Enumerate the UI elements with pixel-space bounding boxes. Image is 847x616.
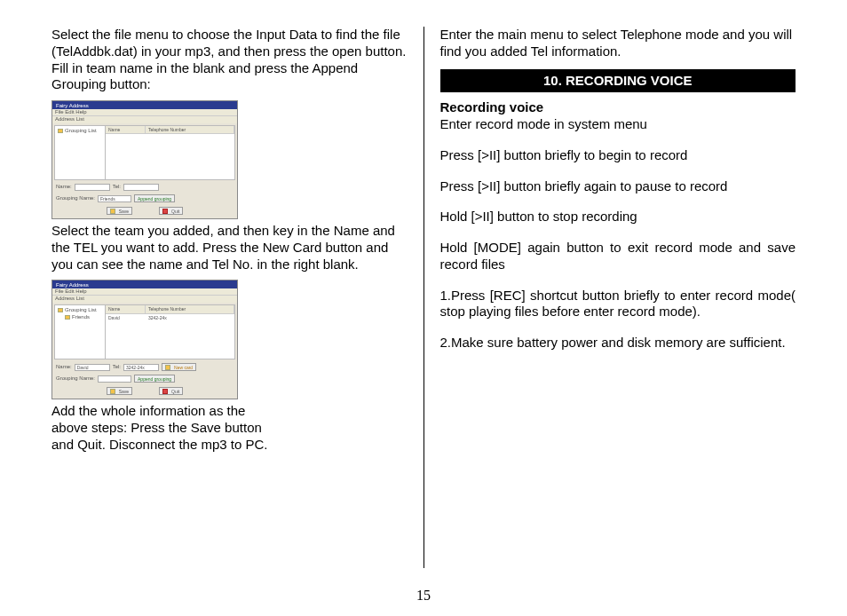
save-button[interactable]: Save bbox=[107, 207, 132, 215]
list-row: David 3242-24x bbox=[106, 314, 234, 321]
screenshot-append-grouping: Fairy Address File Edit Help Address Lis… bbox=[51, 100, 238, 219]
folder-icon bbox=[58, 129, 63, 133]
append-label: Append grouping bbox=[138, 195, 171, 202]
append-grouping-button[interactable]: Append grouping bbox=[134, 194, 175, 202]
tree-item-friends: Friends bbox=[72, 314, 90, 320]
window-footer: Save Quit bbox=[52, 204, 237, 218]
subsection-title: Recording voice bbox=[440, 99, 796, 116]
right-para-3: Press [>II] button briefly to begin to r… bbox=[440, 147, 796, 164]
newcard-icon bbox=[165, 365, 170, 370]
save-label: Save bbox=[119, 388, 129, 395]
new-card-button[interactable]: New card bbox=[162, 363, 196, 371]
save-icon bbox=[110, 389, 115, 394]
row-name: David bbox=[106, 314, 146, 321]
window-menubar: File Edit Help bbox=[52, 288, 237, 296]
fields-row-2: Grouping Name: Append grouping bbox=[52, 373, 237, 384]
newcard-label: New card bbox=[174, 364, 193, 371]
label-name: Name: bbox=[56, 184, 72, 191]
col-tel: Telephone Number bbox=[146, 305, 234, 312]
right-para-5: Hold [>II] button to stop recording bbox=[440, 209, 796, 225]
label-name: Name: bbox=[56, 364, 72, 371]
address-list-label: Address List bbox=[52, 296, 237, 303]
list-header: Name Telephone Number bbox=[106, 126, 234, 134]
append-label: Append grouping bbox=[138, 375, 171, 383]
left-column: Select the file menu to choose the Input… bbox=[36, 27, 424, 598]
save-button[interactable]: Save bbox=[107, 387, 132, 395]
name-input[interactable] bbox=[75, 184, 110, 191]
fields-row-2: Grouping Name: Friends Append grouping bbox=[52, 193, 237, 204]
page-number: 15 bbox=[416, 588, 431, 604]
left-para-1: Select the file menu to choose the Input… bbox=[51, 27, 408, 93]
folder-icon bbox=[58, 308, 63, 312]
col-name: Name bbox=[106, 126, 146, 133]
right-para-4: Press [>II] button briefly again to paus… bbox=[440, 178, 796, 195]
tel-input[interactable] bbox=[123, 184, 159, 191]
window-menubar: File Edit Help bbox=[52, 109, 237, 116]
right-para-6: Hold [MODE] again button to exit record … bbox=[440, 240, 796, 273]
quit-button[interactable]: Quit bbox=[159, 387, 183, 395]
label-grouping: Grouping Name: bbox=[56, 375, 95, 383]
section-heading-recording-voice: 10. RECORDING VOICE bbox=[440, 69, 796, 93]
quit-label: Quit bbox=[171, 388, 179, 395]
right-column: Enter the main menu to select Telephone … bbox=[424, 27, 812, 598]
window-body: Grouping List Name Telephone Number bbox=[54, 125, 235, 180]
left-para-2: Select the team you added, and then key … bbox=[51, 223, 408, 272]
grouping-tree: Grouping List Friends bbox=[54, 304, 106, 359]
grouping-tree: Grouping List bbox=[54, 125, 106, 180]
fields-row-1: Name: David Tel: 3242-24x New card bbox=[52, 361, 237, 373]
label-tel: Tel: bbox=[113, 364, 121, 371]
address-list-label: Address List bbox=[52, 116, 237, 123]
col-name: Name bbox=[106, 305, 146, 312]
quit-icon bbox=[162, 389, 168, 394]
grouping-input[interactable] bbox=[98, 375, 131, 383]
right-para-2: Enter record mode in system menu bbox=[440, 116, 796, 133]
contact-list: Name Telephone Number bbox=[106, 125, 235, 180]
contact-list: Name Telephone Number David 3242-24x bbox=[106, 304, 235, 359]
row-tel: 3242-24x bbox=[146, 314, 234, 321]
tree-item-grouping: Grouping List bbox=[65, 128, 97, 133]
tree-item-grouping: Grouping List bbox=[65, 307, 97, 312]
save-label: Save bbox=[119, 208, 129, 215]
window-titlebar: Fairy Address bbox=[52, 101, 237, 109]
list-header: Name Telephone Number bbox=[106, 305, 234, 313]
quit-label: Quit bbox=[171, 208, 179, 215]
fields-row-1: Name: Tel: bbox=[52, 182, 237, 193]
quit-button[interactable]: Quit bbox=[159, 207, 183, 215]
window-footer: Save Quit bbox=[52, 384, 237, 399]
grouping-input[interactable]: Friends bbox=[98, 195, 131, 202]
tel-input[interactable]: 3242-24x bbox=[123, 364, 159, 371]
right-para-8: 2.Make sure battery power and disk memor… bbox=[440, 335, 796, 351]
save-icon bbox=[110, 209, 115, 214]
folder-icon bbox=[65, 315, 70, 320]
label-grouping: Grouping Name: bbox=[56, 195, 95, 202]
name-input[interactable]: David bbox=[75, 364, 110, 371]
right-para-7: 1.Press [REC] shortcut button briefly to… bbox=[440, 288, 796, 321]
right-para-1: Enter the main menu to select Telephone … bbox=[440, 27, 796, 60]
quit-icon bbox=[162, 209, 168, 214]
left-para-3: Add the whole information as the above s… bbox=[51, 403, 282, 453]
window-titlebar: Fairy Address bbox=[52, 280, 237, 288]
page-spread: Select the file menu to choose the Input… bbox=[0, 0, 847, 616]
window-body: Grouping List Friends Name Telephone Num… bbox=[54, 304, 235, 359]
append-grouping-button[interactable]: Append grouping bbox=[134, 375, 175, 383]
screenshot-new-card: Fairy Address File Edit Help Address Lis… bbox=[51, 280, 238, 399]
label-tel: Tel: bbox=[113, 184, 121, 191]
col-tel: Telephone Number bbox=[146, 126, 234, 133]
